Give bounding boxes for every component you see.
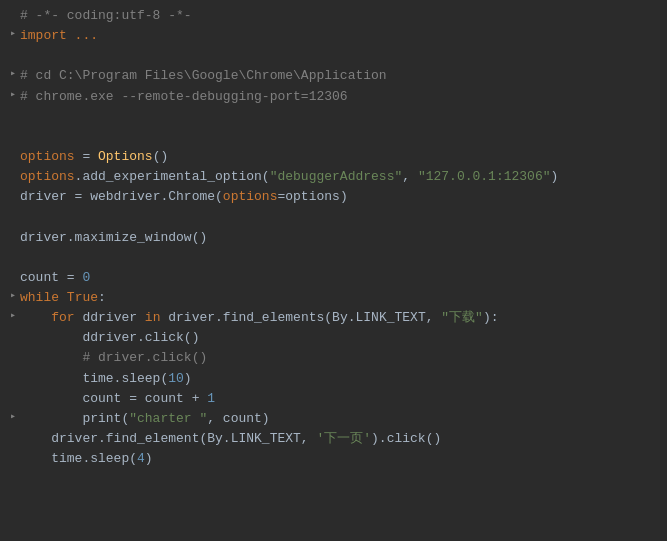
line-content: # cd C:\Program Files\Google\Chrome\Appl… bbox=[20, 66, 659, 86]
code-line: options = Options() bbox=[0, 147, 667, 167]
code-line: driver.maximize_window() bbox=[0, 228, 667, 248]
code-line: count = 0 bbox=[0, 268, 667, 288]
fold-arrow: ▸ bbox=[8, 66, 18, 82]
line-content bbox=[20, 207, 659, 227]
code-editor: # -*- coding:utf-8 -*-▸import ... ▸# cd … bbox=[0, 0, 667, 541]
code-line bbox=[0, 207, 667, 227]
line-content: options.add_experimental_option("debugge… bbox=[20, 167, 659, 187]
line-content: options = Options() bbox=[20, 147, 659, 167]
fold-arrow: ▸ bbox=[8, 288, 18, 304]
code-line: ▸# cd C:\Program Files\Google\Chrome\App… bbox=[0, 66, 667, 86]
code-line: ▸import ... bbox=[0, 26, 667, 46]
fold-arrow: ▸ bbox=[8, 26, 18, 42]
code-line: time.sleep(10) bbox=[0, 369, 667, 389]
fold-arrow: ▸ bbox=[8, 409, 18, 425]
line-content: count = 0 bbox=[20, 268, 659, 288]
code-line: ▸ for ddriver in driver.find_elements(By… bbox=[0, 308, 667, 328]
line-content bbox=[20, 127, 659, 147]
line-content: # -*- coding:utf-8 -*- bbox=[20, 6, 659, 26]
line-content: driver.find_element(By.LINK_TEXT, '下一页')… bbox=[20, 429, 659, 449]
line-content bbox=[20, 46, 659, 66]
line-content: # chrome.exe --remote-debugging-port=123… bbox=[20, 87, 659, 107]
line-content: while True: bbox=[20, 288, 659, 308]
code-line bbox=[0, 46, 667, 66]
code-line: time.sleep(4) bbox=[0, 449, 667, 469]
line-content: driver.maximize_window() bbox=[20, 228, 659, 248]
code-line: driver.find_element(By.LINK_TEXT, '下一页')… bbox=[0, 429, 667, 449]
line-content: ddriver.click() bbox=[20, 328, 659, 348]
line-content bbox=[20, 248, 659, 268]
code-line: # driver.click() bbox=[0, 348, 667, 368]
code-line: ▸ print("charter ", count) bbox=[0, 409, 667, 429]
line-content: print("charter ", count) bbox=[20, 409, 659, 429]
fold-arrow: ▸ bbox=[8, 87, 18, 103]
code-line: ▸while True: bbox=[0, 288, 667, 308]
line-content: for ddriver in driver.find_elements(By.L… bbox=[20, 308, 659, 328]
line-content: time.sleep(10) bbox=[20, 369, 659, 389]
code-line: options.add_experimental_option("debugge… bbox=[0, 167, 667, 187]
code-line: count = count + 1 bbox=[0, 389, 667, 409]
line-content: driver = webdriver.Chrome(options=option… bbox=[20, 187, 659, 207]
code-line: ▸# chrome.exe --remote-debugging-port=12… bbox=[0, 87, 667, 107]
line-content: time.sleep(4) bbox=[20, 449, 659, 469]
code-line: ddriver.click() bbox=[0, 328, 667, 348]
code-line: driver = webdriver.Chrome(options=option… bbox=[0, 187, 667, 207]
code-line: # -*- coding:utf-8 -*- bbox=[0, 6, 667, 26]
code-line bbox=[0, 127, 667, 147]
code-line bbox=[0, 248, 667, 268]
code-line bbox=[0, 107, 667, 127]
fold-arrow: ▸ bbox=[8, 308, 18, 324]
line-content: count = count + 1 bbox=[20, 389, 659, 409]
line-content: # driver.click() bbox=[20, 348, 659, 368]
line-content: import ... bbox=[20, 26, 659, 46]
line-content bbox=[20, 107, 659, 127]
